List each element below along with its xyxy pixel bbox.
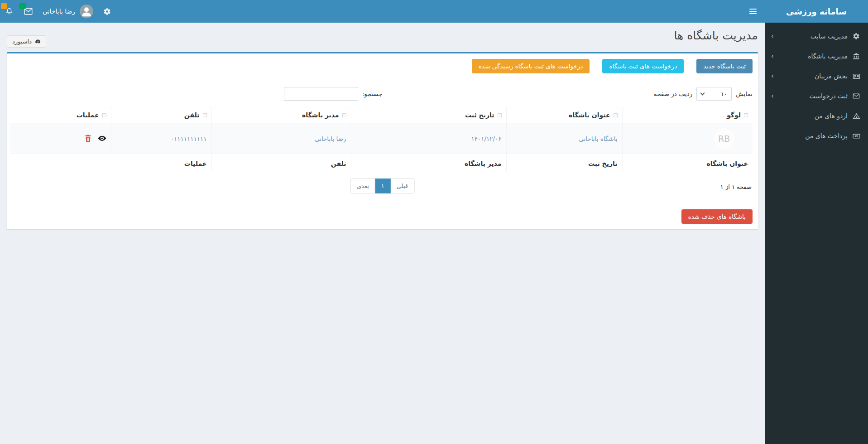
bank-icon [852,53,861,60]
manager-link[interactable]: رضا باباخانی [315,135,346,142]
table-row: RB باشگاه باباخانی ۱۴۰۱/۱۲/۰۶ رضا باباخا… [10,123,753,154]
campground-icon [852,112,861,120]
settings-button[interactable] [98,0,116,23]
sidebar-item-label: مدیریت باشگاه [808,53,848,60]
deleted-clubs-button[interactable]: باشگاه های حذف شده [681,209,753,224]
column-header-club-title[interactable]: عنوان باشگاه [506,107,622,123]
user-menu[interactable]: رضا باباخانی [38,0,98,23]
page-length-control: نمایش ۱۰ ردیف در صفحه [383,87,753,101]
column-header-phone[interactable]: تلفن [111,107,211,123]
card-footer: باشگاه های حذف شده [12,204,753,224]
id-card-icon [852,72,861,80]
register-date-link[interactable]: ۱۴۰۱/۱۲/۰۶ [471,135,501,142]
avatar [80,5,93,18]
rows-per-page-label: ردیف در صفحه [654,90,693,97]
toolbar: ثبت باشگاه جدید درخواست های ثبت باشگاه د… [12,59,753,73]
top-navbar: ۰ ۰ رضا باباخانی [0,0,765,23]
sidebar: سامانه ورزشی مدیریت سایت › مدیریت باشگاه [765,0,868,444]
page-info: صفحه ۱ از ۱ [720,183,752,190]
page-size-select[interactable]: ۱۰ [696,87,732,101]
search-label: جستجو: [362,90,383,97]
sidebar-item-site-management[interactable]: مدیریت سایت › [765,26,868,46]
sort-icon [744,113,748,117]
sidebar-item-club-management[interactable]: مدیریت باشگاه › [765,46,868,66]
sidebar-toggle-button[interactable] [741,0,765,23]
hamburger-icon [749,9,757,14]
main-area: ۰ ۰ رضا باباخانی [0,0,765,444]
chevron-icon: › [771,93,774,100]
column-header-manager[interactable]: مدیر باشگاه [211,107,351,123]
footer-phone: تلفن [211,154,351,172]
column-header-register-date[interactable]: تاریخ ثبت [351,107,506,123]
messages-badge: ۰ [19,3,26,9]
content-area: مدیریت باشگاه ها داشبورد ثبت باشگاه جدید… [0,23,765,444]
chevron-icon: › [771,53,774,60]
messages-button[interactable]: ۰ [19,0,38,23]
register-date-cell: ۱۴۰۱/۱۲/۰۶ [351,123,506,154]
sidebar-item-label: اردو های من [815,112,848,120]
clubs-table: لوگو عنوان باشگاه تاریخ ثبت مدیر باشگاه … [10,107,753,172]
sort-icon [203,113,207,117]
chevron-icon: › [771,33,774,40]
search-input[interactable] [284,87,358,101]
sort-icon [342,113,346,117]
table-controls: نمایش ۱۰ ردیف در صفحه جستجو: [12,87,753,101]
dashboard-gauge-icon [35,39,41,44]
page-title: مدیریت باشگاه ها [674,29,758,42]
sort-icon [498,113,502,117]
user-name: رضا باباخانی [43,8,75,15]
search-control: جستجو: [12,87,383,101]
actions-cell [10,123,111,154]
sort-icon [102,113,106,117]
sidebar-item-label: ثبت درخواست [809,92,848,100]
footer-manager: مدیر باشگاه [351,154,506,172]
gears-icon [103,8,111,15]
notifications-button[interactable]: ۰ [0,0,19,23]
club-logo-avatar: RB [714,128,734,149]
sidebar-item-label: پرداخت های من [805,132,848,140]
sidebar-item-request-registration[interactable]: ثبت درخواست › [765,86,868,106]
clubs-card: ثبت باشگاه جدید درخواست های ثبت باشگاه د… [7,52,758,229]
pager: قبلی ۱ بعدی [350,179,414,193]
club-title-link[interactable]: باشگاه باباخانی [579,135,617,142]
manager-cell: رضا باباخانی [211,123,351,154]
logo-cell: RB [622,123,753,154]
breadcrumb-label: داشبورد [12,38,32,45]
delete-trash-icon[interactable] [85,135,91,142]
table-header-row: لوگو عنوان باشگاه تاریخ ثبت مدیر باشگاه … [10,107,753,123]
table-footer-row: عنوان باشگاه تاریخ ثبت مدیر باشگاه تلفن … [10,154,753,172]
sidebar-item-my-payments[interactable]: پرداخت های من [765,126,868,146]
club-title-cell: باشگاه باباخانی [506,123,622,154]
breadcrumb-dashboard-link[interactable]: داشبورد [7,35,46,48]
new-club-button[interactable]: ثبت باشگاه جدید [696,59,753,73]
sidebar-item-label: بخش مربیان [815,72,848,80]
page-size-value: ۱۰ [721,90,728,97]
sidebar-item-my-camps[interactable]: اردو های من [765,106,868,126]
view-eye-icon[interactable] [98,135,106,142]
notifications-badge: ۰ [1,3,7,9]
column-header-actions[interactable]: عملیات [10,107,111,123]
phone-cell: ۰۱۱۱۱۱۱۱۱۱۱ [111,123,211,154]
club-requests-button[interactable]: درخواست های ثبت باشگاه [602,59,684,73]
brand-title: سامانه ورزشی [765,0,868,23]
chevron-icon: › [771,73,774,80]
handled-requests-button[interactable]: درخواست های ثبت باشگاه رسیدگی شده [472,59,590,73]
chevron-down-icon [700,91,705,96]
footer-actions: عملیات [111,154,211,172]
navbar-menu: ۰ ۰ رضا باباخانی [0,0,119,23]
footer-register-date: تاریخ ثبت [506,154,622,172]
content-header: مدیریت باشگاه ها داشبورد [7,28,758,48]
phone-link[interactable]: ۰۱۱۱۱۱۱۱۱۱۱ [171,135,207,142]
pagination: صفحه ۱ از ۱ قبلی ۱ بعدی [12,179,753,197]
current-page-button[interactable]: ۱ [375,179,391,193]
previous-page-button[interactable]: قبلی [390,179,414,193]
next-page-button[interactable]: بعدی [350,179,375,193]
envelope-icon [24,8,33,15]
app-root: سامانه ورزشی مدیریت سایت › مدیریت باشگاه [0,0,868,444]
sidebar-item-coaches-section[interactable]: بخش مربیان › [765,66,868,86]
column-header-logo[interactable]: لوگو [622,107,753,123]
footer-club-title: عنوان باشگاه [622,154,753,172]
sort-icon [614,113,618,117]
money-icon [852,132,861,140]
show-label: نمایش [736,90,753,97]
